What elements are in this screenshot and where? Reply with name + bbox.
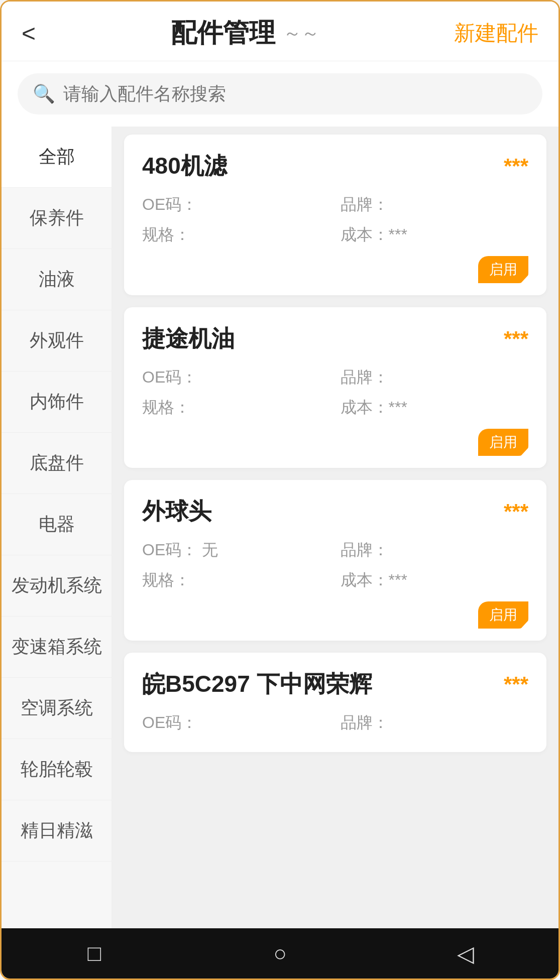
cost-label: 成本：*** bbox=[341, 224, 529, 246]
cost-label: 成本：*** bbox=[341, 569, 529, 591]
brand-label: 品牌： bbox=[341, 194, 529, 216]
sidebar-item-oil[interactable]: 油液 bbox=[2, 249, 111, 310]
part-card[interactable]: 外球头 *** OE码： 无 品牌： 规格： 成本：*** 启用 bbox=[124, 480, 546, 641]
nav-back-button[interactable]: ◁ bbox=[445, 933, 486, 973]
content-area: 全部 保养件 油液 外观件 内饰件 底盘件 电器 发动机系统 变速箱系统 空调系… bbox=[2, 127, 558, 928]
badge-row: 启用 bbox=[142, 256, 528, 287]
sidebar-item-electrical[interactable]: 电器 bbox=[2, 494, 111, 555]
enable-badge: 启用 bbox=[478, 256, 528, 283]
page-title: 配件管理 bbox=[171, 16, 275, 51]
card-header: 皖B5C297 下中网荣辉 *** bbox=[142, 669, 528, 700]
badge-row: 启用 bbox=[142, 429, 528, 460]
part-fields: OE码： 品牌： bbox=[142, 712, 528, 734]
part-stars: *** bbox=[504, 500, 528, 524]
enable-badge: 启用 bbox=[478, 601, 528, 629]
new-part-button[interactable]: 新建配件 bbox=[454, 19, 538, 47]
eye-icon[interactable]: ～～ bbox=[283, 21, 319, 46]
part-card[interactable]: 480机滤 *** OE码： 品牌： 规格： 成本：*** 启用 bbox=[124, 135, 546, 295]
part-name: 外球头 bbox=[142, 496, 211, 527]
sidebar: 全部 保养件 油液 外观件 内饰件 底盘件 电器 发动机系统 变速箱系统 空调系… bbox=[2, 127, 112, 928]
card-header: 捷途机油 *** bbox=[142, 323, 528, 354]
nav-square-button[interactable]: □ bbox=[74, 933, 115, 973]
card-header: 外球头 *** bbox=[142, 496, 528, 527]
part-stars: *** bbox=[504, 672, 528, 696]
part-card[interactable]: 皖B5C297 下中网荣辉 *** OE码： 品牌： bbox=[124, 653, 546, 752]
search-input[interactable] bbox=[63, 83, 527, 104]
brand-label: 品牌： bbox=[341, 712, 529, 734]
sidebar-item-tires[interactable]: 轮胎轮毂 bbox=[2, 739, 111, 800]
sidebar-item-transmission[interactable]: 变速箱系统 bbox=[2, 617, 111, 678]
sidebar-item-exterior[interactable]: 外观件 bbox=[2, 310, 111, 372]
badge-row: 启用 bbox=[142, 601, 528, 633]
part-stars: *** bbox=[504, 154, 528, 178]
part-name: 480机滤 bbox=[142, 151, 227, 182]
bottom-nav: □ ○ ◁ bbox=[2, 928, 558, 978]
spec-label: 规格： bbox=[142, 397, 330, 419]
part-name: 皖B5C297 下中网荣辉 bbox=[142, 669, 372, 700]
oe-label: OE码： bbox=[142, 366, 330, 389]
sidebar-item-interior[interactable]: 内饰件 bbox=[2, 372, 111, 433]
oe-label: OE码： bbox=[142, 194, 330, 216]
header: < 配件管理 ～～ 新建配件 bbox=[2, 2, 558, 61]
cost-value: *** bbox=[389, 398, 407, 416]
parts-list: 480机滤 *** OE码： 品牌： 规格： 成本：*** 启用 捷途机油 **… bbox=[112, 127, 558, 928]
enable-badge: 启用 bbox=[478, 429, 528, 456]
header-title-wrap: 配件管理 ～～ bbox=[171, 16, 319, 51]
part-fields: OE码： 无 品牌： 规格： 成本：*** bbox=[142, 539, 528, 591]
part-name: 捷途机油 bbox=[142, 323, 235, 354]
brand-label: 品牌： bbox=[341, 366, 529, 389]
oe-label: OE码： 无 bbox=[142, 539, 330, 561]
sidebar-item-ac[interactable]: 空调系统 bbox=[2, 678, 111, 739]
spec-label: 规格： bbox=[142, 569, 330, 591]
part-fields: OE码： 品牌： 规格： 成本：*** bbox=[142, 194, 528, 246]
phone-frame: < 配件管理 ～～ 新建配件 🔍 全部 保养件 油液 外观件 内饰件 底盘件 电… bbox=[0, 0, 560, 980]
cost-value: *** bbox=[389, 571, 407, 589]
brand-label: 品牌： bbox=[341, 539, 529, 561]
part-stars: *** bbox=[504, 327, 528, 351]
cost-value: *** bbox=[389, 225, 407, 243]
nav-circle-button[interactable]: ○ bbox=[260, 933, 300, 973]
back-button[interactable]: < bbox=[22, 20, 36, 47]
sidebar-item-all[interactable]: 全部 bbox=[2, 127, 111, 188]
oe-label: OE码： bbox=[142, 712, 330, 734]
card-header: 480机滤 *** bbox=[142, 151, 528, 182]
sidebar-item-chassis[interactable]: 底盘件 bbox=[2, 433, 111, 494]
part-fields: OE码： 品牌： 规格： 成本：*** bbox=[142, 366, 528, 419]
spec-label: 规格： bbox=[142, 224, 330, 246]
cost-label: 成本：*** bbox=[341, 397, 529, 419]
sidebar-item-engine[interactable]: 发动机系统 bbox=[2, 555, 111, 617]
search-bar: 🔍 bbox=[18, 73, 542, 114]
part-card[interactable]: 捷途机油 *** OE码： 品牌： 规格： 成本：*** 启用 bbox=[124, 307, 546, 468]
sidebar-item-maintenance[interactable]: 保养件 bbox=[2, 188, 111, 249]
search-icon: 🔍 bbox=[33, 83, 55, 104]
sidebar-item-misc[interactable]: 精日精滋 bbox=[2, 800, 111, 862]
